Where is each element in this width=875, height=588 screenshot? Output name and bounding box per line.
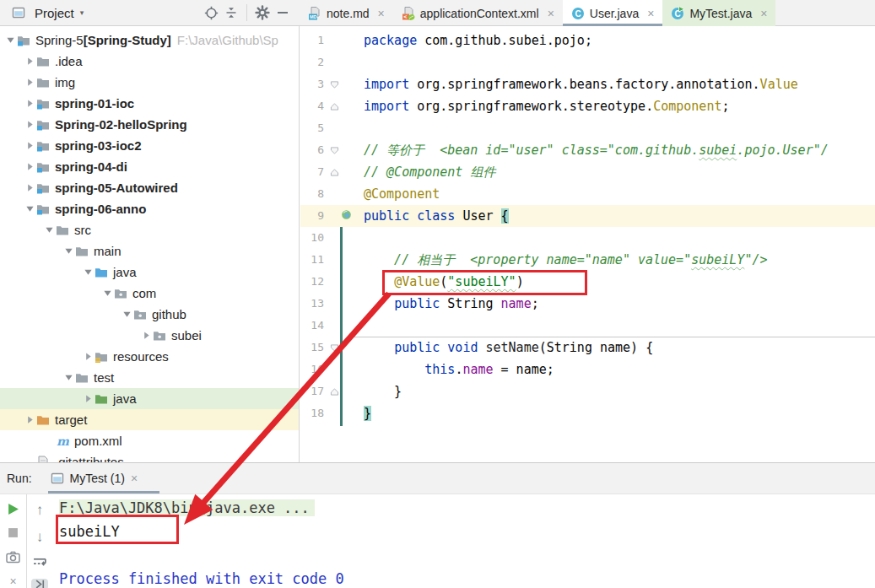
code-text[interactable]: } xyxy=(364,380,875,402)
close-icon[interactable]: × xyxy=(131,472,138,485)
run-console[interactable]: F:\Java\JDK8\bin\java.exe ...subeiLYProc… xyxy=(59,496,875,588)
code-text[interactable]: @Value("subeiLY") xyxy=(364,271,875,293)
code-text[interactable]: import org.springframework.stereotype.Co… xyxy=(364,95,875,117)
line-number[interactable]: 16 xyxy=(300,359,324,380)
tree-item-subei[interactable]: subei xyxy=(0,325,299,346)
tree-item-pom-xml[interactable]: mpom.xml xyxy=(0,430,299,451)
code-line-17[interactable]: 17 } xyxy=(300,380,875,402)
rerun-button[interactable] xyxy=(5,502,22,516)
code-line-10[interactable]: 10 xyxy=(300,227,875,249)
tree-item-spring-05-autowired[interactable]: spring-05-Autowired xyxy=(0,177,299,198)
line-number[interactable]: 6 xyxy=(300,139,324,161)
tree-item--gitattributes[interactable]: .gitattributes xyxy=(0,451,299,462)
code-line-8[interactable]: 8@Component xyxy=(300,183,875,205)
line-number[interactable]: 9 xyxy=(300,205,324,227)
chevron-expanded-icon[interactable] xyxy=(3,34,17,47)
line-number[interactable]: 3 xyxy=(300,73,324,95)
line-number[interactable]: 17 xyxy=(300,380,324,402)
project-selector[interactable]: Project ▾ xyxy=(8,3,84,23)
chevron-expanded-icon[interactable] xyxy=(81,266,95,279)
chevron-expanded-icon[interactable] xyxy=(42,224,56,237)
chevron-collapsed-icon[interactable] xyxy=(23,97,36,111)
code-line-6[interactable]: 6// 等价于 <bean id="user" class="com.githu… xyxy=(300,139,875,161)
code-line-18[interactable]: 18} xyxy=(300,402,875,424)
close-icon[interactable]: × xyxy=(378,7,385,20)
tree-item-java[interactable]: java xyxy=(0,388,299,409)
fold-end-icon[interactable] xyxy=(327,380,341,402)
code-text[interactable]: } xyxy=(364,402,875,424)
editor-tab-note-md[interactable]: MDnote.md× xyxy=(300,0,393,26)
locate-icon[interactable] xyxy=(201,3,221,23)
editor-tab-mytest-java[interactable]: CMyTest.java× xyxy=(662,0,775,26)
fold-end-icon[interactable] xyxy=(327,161,341,183)
tree-item-spring-5[interactable]: Spring-5 [Spring-Study]F:\Java\Github\Sp xyxy=(0,30,299,51)
fold-end-icon[interactable] xyxy=(327,95,341,117)
code-text[interactable]: @Component xyxy=(364,183,875,205)
chevron-expanded-icon[interactable] xyxy=(100,287,114,300)
tree-item-main[interactable]: main xyxy=(0,240,299,262)
stop-button[interactable] xyxy=(5,526,22,541)
code-line-14[interactable]: 14 xyxy=(300,315,875,337)
code-text[interactable]: // 相当于 <property name="name" value="sube… xyxy=(364,249,875,271)
line-number[interactable]: 12 xyxy=(300,271,324,293)
line-number[interactable]: 11 xyxy=(300,249,324,271)
code-line-1[interactable]: 1package com.github.subei.pojo; xyxy=(300,30,875,51)
chevron-expanded-icon[interactable] xyxy=(23,202,36,216)
chevron-collapsed-icon[interactable] xyxy=(23,139,36,153)
tree-item-resources[interactable]: resources xyxy=(0,346,299,367)
tree-item-img[interactable]: img xyxy=(0,72,299,93)
code-line-4[interactable]: 4import org.springframework.stereotype.C… xyxy=(300,95,875,117)
soft-wrap-icon[interactable] xyxy=(31,556,48,569)
tree-item-com[interactable]: com xyxy=(0,283,299,304)
tree-item-spring-06-anno[interactable]: spring-06-anno xyxy=(0,198,299,219)
scroll-to-end-icon[interactable] xyxy=(31,579,48,588)
line-number[interactable]: 14 xyxy=(300,315,324,337)
tree-item-spring-03-ioc2[interactable]: spring-03-ioc2 xyxy=(0,135,299,156)
line-number[interactable]: 4 xyxy=(300,95,324,117)
code-text[interactable]: // @Component 组件 xyxy=(364,161,875,183)
chevron-collapsed-icon[interactable] xyxy=(23,160,36,174)
chevron-collapsed-icon[interactable] xyxy=(23,118,36,132)
editor-pane[interactable]: 1package com.github.subei.pojo;23import … xyxy=(300,26,875,462)
run-tab[interactable]: MyTest (1) × xyxy=(51,472,138,485)
chevron-collapsed-icon[interactable] xyxy=(23,413,36,427)
tree-item-spring-02-hellospring[interactable]: Spring-02-helloSpring xyxy=(0,114,299,135)
editor-tab-applicationcontext-xml[interactable]: <applicationContext.xml× xyxy=(393,0,563,26)
fold-start-icon[interactable] xyxy=(327,73,341,95)
hide-panel-icon[interactable] xyxy=(273,3,293,23)
chevron-collapsed-icon[interactable] xyxy=(23,55,36,68)
tree-item-target[interactable]: target xyxy=(0,409,299,430)
code-text[interactable]: // 等价于 <bean id="user" class="com.github… xyxy=(364,139,875,161)
line-number[interactable]: 2 xyxy=(300,51,324,73)
chevron-collapsed-icon[interactable] xyxy=(81,392,95,406)
code-line-12[interactable]: 12 @Value("subeiLY") xyxy=(300,271,875,293)
code-line-9[interactable]: 9public class User { xyxy=(300,205,875,227)
code-line-7[interactable]: 7// @Component 组件 xyxy=(300,161,875,183)
line-number[interactable]: 10 xyxy=(300,227,324,249)
line-number[interactable]: 5 xyxy=(300,117,324,139)
down-stack-trace-icon[interactable]: ↓ xyxy=(31,529,48,546)
collapse-all-icon[interactable] xyxy=(221,3,241,23)
line-number[interactable]: 8 xyxy=(300,183,324,205)
tree-item-spring-01-ioc[interactable]: spring-01-ioc xyxy=(0,93,299,114)
settings-gear-icon[interactable] xyxy=(252,3,273,23)
line-number[interactable]: 15 xyxy=(300,337,324,359)
up-stack-trace-icon[interactable]: ↑ xyxy=(31,502,48,519)
code-line-16[interactable]: 16 this.name = name; xyxy=(300,359,875,380)
code-line-15[interactable]: 15 public void setName(String name) { xyxy=(300,337,875,359)
close-icon[interactable]: × xyxy=(647,7,654,20)
code-text[interactable]: public String name; xyxy=(364,293,875,315)
line-number[interactable]: 7 xyxy=(300,161,324,183)
chevron-collapsed-icon[interactable] xyxy=(81,350,95,364)
line-number[interactable]: 18 xyxy=(300,402,324,424)
tree-item-test[interactable]: test xyxy=(0,367,299,388)
code-line-11[interactable]: 11 // 相当于 <property name="name" value="s… xyxy=(300,249,875,271)
screenshot-camera-icon[interactable] xyxy=(5,550,22,564)
code-line-3[interactable]: 3import org.springframework.beans.factor… xyxy=(300,73,875,95)
close-icon[interactable]: × xyxy=(548,7,554,20)
code-text[interactable]: package com.github.subei.pojo; xyxy=(364,30,875,51)
tree-item-spring-04-di[interactable]: spring-04-di xyxy=(0,156,299,177)
tree-item--idea[interactable]: .idea xyxy=(0,51,299,72)
code-line-2[interactable]: 2 xyxy=(300,51,875,73)
fold-start-icon[interactable] xyxy=(327,337,341,359)
